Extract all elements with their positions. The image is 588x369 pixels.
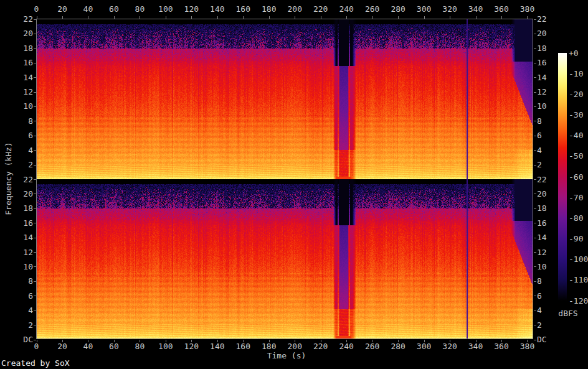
y-tick-right: [534, 48, 536, 49]
y-tick-label-right: 22: [537, 15, 558, 23]
y-tick-label-right: DC: [537, 335, 558, 343]
y-tick-right: [534, 194, 536, 194]
y-tick-right: [534, 77, 536, 78]
y-tick-right: [534, 252, 536, 253]
colorbar-tick-label: -110: [569, 276, 588, 284]
y-tick-right: [534, 238, 536, 238]
x-tick-label-bottom: 20: [49, 342, 76, 350]
x-tick-label-bottom: 200: [281, 342, 308, 350]
y-tick-left: [34, 48, 36, 49]
y-tick-label-left: 14: [13, 73, 33, 82]
x-tick-top: [62, 16, 63, 19]
y-tick-left: [34, 325, 36, 325]
y-tick-left: [34, 34, 36, 34]
y-tick-right: [534, 223, 536, 223]
x-tick-top: [424, 16, 425, 19]
y-tick-label-left: DC: [13, 335, 33, 343]
y-tick-label-right: 8: [537, 117, 558, 125]
y-tick-label-right: 20: [537, 29, 558, 37]
x-tick-top: [191, 16, 192, 19]
x-tick-label-top: 160: [229, 5, 257, 13]
x-tick-top: [217, 16, 218, 19]
x-tick-label-top: 340: [462, 5, 490, 13]
y-tick-left: [34, 266, 36, 267]
x-tick-top: [476, 16, 477, 19]
y-tick-right: [534, 266, 536, 267]
y-tick-label-left: 10: [13, 263, 33, 271]
y-tick-label-right: 20: [537, 190, 558, 198]
y-tick-right: [534, 150, 536, 151]
y-tick-left: [34, 194, 36, 194]
x-tick-label-bottom: 360: [488, 342, 515, 350]
y-tick-label-right: 18: [537, 44, 558, 52]
y-tick-left: [34, 223, 36, 223]
y-tick-label-left: 6: [13, 131, 33, 139]
y-tick-label-right: 12: [537, 88, 558, 96]
x-tick-top: [37, 16, 37, 19]
y-tick-right: [534, 136, 536, 136]
x-tick-label-top: 180: [255, 5, 283, 13]
y-tick-label-right: 8: [537, 277, 558, 285]
y-tick-label-left: 18: [13, 204, 33, 212]
y-tick-right: [534, 296, 536, 296]
y-tick-label-left: 12: [13, 248, 33, 256]
colorbar-tick-label: -10: [569, 70, 588, 78]
x-tick-top: [295, 16, 295, 19]
y-tick-label-left: 18: [13, 44, 33, 52]
y-tick-right: [534, 121, 536, 121]
x-tick-label-top: 40: [74, 5, 102, 13]
colorbar-tick-label: -100: [569, 255, 588, 263]
x-tick-label-top: 220: [307, 5, 334, 13]
x-tick-label-top: 200: [281, 5, 308, 13]
colorbar-title: dBFS: [551, 309, 586, 317]
y-tick-label-left: 22: [13, 15, 33, 23]
y-tick-label-left: 20: [13, 190, 33, 198]
x-tick-label-top: 360: [488, 5, 515, 13]
x-tick-label-top: 20: [49, 5, 76, 13]
x-tick-top: [140, 16, 140, 19]
spectrogram-plot-frame: [36, 19, 533, 339]
x-tick-top: [166, 16, 166, 19]
y-tick-right: [534, 281, 536, 282]
y-tick-label-left: 8: [13, 117, 33, 125]
y-tick-right: [534, 208, 536, 209]
x-tick-label-bottom: 180: [255, 342, 283, 350]
y-tick-label-left: 4: [13, 306, 33, 314]
x-tick-label-bottom: 280: [384, 342, 412, 350]
y-tick-right: [534, 106, 536, 107]
x-tick-label-bottom: 240: [333, 342, 360, 350]
y-tick-left: [34, 92, 36, 93]
spectrogram-channel-2: [37, 179, 533, 339]
colorbar-tick-label: -40: [569, 131, 588, 139]
y-tick-left: [34, 150, 36, 151]
y-tick-left: [34, 165, 36, 166]
y-tick-label-left: 10: [13, 102, 33, 110]
y-tick-right: [534, 340, 536, 340]
y-tick-left: [34, 19, 36, 20]
y-tick-label-right: 6: [537, 131, 558, 139]
spectrogram-channel-1: [37, 19, 533, 179]
x-tick-label-top: 80: [126, 5, 153, 13]
y-tick-left: [34, 77, 36, 78]
y-tick-label-right: 16: [537, 219, 558, 227]
x-tick-top: [398, 16, 399, 19]
x-tick-top: [88, 16, 88, 19]
y-tick-left: [34, 106, 36, 107]
x-tick-label-top: 260: [359, 5, 386, 13]
x-tick-top: [501, 16, 502, 19]
sox-spectrogram-image: 0020204040606080801001001201201401401601…: [0, 0, 588, 369]
colorbar-tick-label: -20: [569, 90, 588, 98]
y-tick-left: [34, 296, 36, 296]
y-tick-right: [534, 165, 536, 166]
y-tick-left: [34, 136, 36, 136]
y-tick-label-right: 14: [537, 233, 558, 241]
y-tick-right: [534, 179, 536, 180]
y-tick-label-left: 22: [13, 175, 33, 184]
y-tick-label-right: 18: [537, 204, 558, 212]
y-tick-left: [34, 208, 36, 209]
x-tick-label-bottom: 340: [462, 342, 490, 350]
colorbar-tick-label: -50: [569, 152, 588, 160]
x-tick-label-bottom: 220: [307, 342, 334, 350]
x-tick-top: [269, 16, 270, 19]
y-tick-label-right: 2: [537, 321, 558, 329]
